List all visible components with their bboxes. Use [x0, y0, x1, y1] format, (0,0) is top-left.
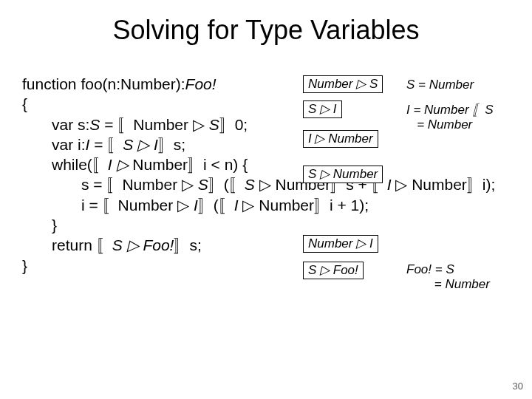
code-text: S	[245, 176, 255, 193]
code-text: ▷ Number〛i + 1);	[239, 197, 369, 214]
page-number: 30	[513, 381, 523, 392]
code-line-6: s = 〚Number ▷ S〛(〚S ▷ Number〛s + 〚I ▷ Nu…	[22, 174, 510, 194]
slide-title: Solving for Type Variables	[0, 0, 532, 46]
anno-box-2: S ▷ I	[303, 100, 342, 118]
code-text: 〛s;	[158, 136, 185, 153]
anno-box-6: S ▷ Foo!	[303, 262, 364, 279]
code-line-7: i = 〚Number ▷ I〛(〚I ▷ Number〛i + 1);	[22, 195, 510, 215]
code-line-5: while(〚I ▷ Number〛i < n) {	[22, 154, 510, 174]
solution-2b: = Number	[406, 117, 472, 133]
code-text: S	[209, 116, 219, 133]
code-line-4: var i:I = 〚S ▷ I〛s;	[22, 134, 510, 154]
code-text: = 〚	[89, 136, 123, 153]
code-text: var i:	[52, 136, 86, 153]
code-text: S ▷ Foo!	[112, 236, 174, 253]
code-text: ▷ Number〛i);	[391, 176, 495, 193]
code-text: 〛(〚	[208, 176, 245, 193]
slide-body: Number ▷ S S ▷ I I ▷ Number S ▷ Number N…	[22, 74, 510, 276]
code-text: s = 〚Number ▷	[81, 176, 198, 193]
code-text: S	[198, 176, 208, 193]
code-text: I ▷	[108, 156, 129, 173]
code-text: function foo(n:Number):	[22, 75, 185, 92]
code-text: Number〛i < n) {	[129, 156, 248, 173]
anno-box-5: Number ▷ I	[303, 235, 378, 253]
code-text: 〛s;	[174, 236, 201, 253]
code-text: 〛(〚	[198, 197, 234, 214]
code-text: = 〚Number ▷	[100, 116, 208, 133]
code-text: 〛0;	[219, 116, 248, 133]
anno-box-3: I ▷ Number	[303, 130, 378, 148]
code-text: i = 〚Number ▷	[81, 197, 194, 214]
code-text: return 〚	[52, 236, 112, 253]
code-line-9: return 〚S ▷ Foo!〛s;	[22, 235, 510, 255]
anno-box-1: Number ▷ S	[303, 75, 383, 93]
solution-1: S = Number	[406, 77, 474, 93]
anno-box-4: S ▷ Number	[303, 166, 383, 183]
solution-2a: I = Number 〚S	[406, 102, 494, 118]
solution-3b: = Number	[406, 276, 490, 293]
code-text: S	[89, 116, 100, 133]
code-text: S ▷ I	[123, 136, 158, 153]
code-text: Foo!	[185, 75, 216, 92]
code-text: var s:	[52, 116, 89, 133]
code-line-8: }	[22, 215, 510, 235]
slide: Solving for Type Variables Number ▷ S S …	[0, 0, 532, 399]
solution-3a: Foo! = S	[406, 262, 454, 278]
code-text: while(〚	[52, 156, 108, 173]
